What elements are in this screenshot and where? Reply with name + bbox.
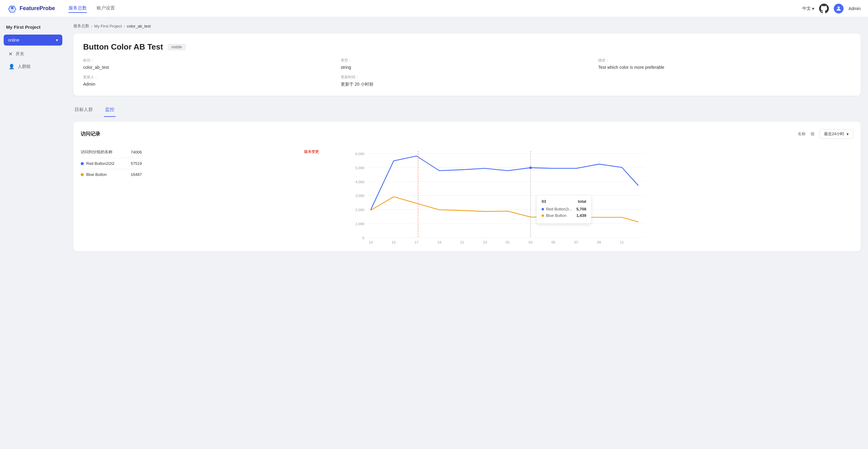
monitor-body: 访问到分组的名称 74006 Red Button2i2i2 57519 xyxy=(81,146,853,244)
svg-text:09: 09 xyxy=(597,240,601,244)
legend-red-dot xyxy=(81,162,84,165)
sidebar: My First Project online ▾ ✕ 开关 👤 人群组 xyxy=(0,17,66,449)
svg-point-1 xyxy=(838,6,840,8)
meta-updatetime-label: 更新时间： xyxy=(341,74,593,80)
svg-text:1,000: 1,000 xyxy=(355,222,365,226)
tooltip-red-dot xyxy=(541,208,544,210)
top-nav: FeatureProbe 服务总数 账户设置 中文 ▾ Admin xyxy=(0,0,868,17)
monitor-header: 访问记录 名称 值 最近24小时 ▾ xyxy=(81,129,853,139)
legend-red-name: Red Button2i2i2 xyxy=(81,161,115,166)
meta-desc: 描述： Test which color is more preferable xyxy=(598,58,851,70)
nav-services[interactable]: 服务总数 xyxy=(68,4,87,13)
meta-key-label: 标识： xyxy=(83,58,336,63)
ctrl-value-label: 值 xyxy=(810,131,814,137)
feature-meta: 标识： color_ab_test 类型： string 描述： Test wh… xyxy=(83,58,851,87)
tooltip-red-value: 5,708 xyxy=(577,207,587,211)
toggle-icon: ✕ xyxy=(8,51,12,57)
breadcrumb-sep-1: › xyxy=(91,24,92,28)
svg-text:03: 03 xyxy=(528,240,532,244)
chevron-down-icon: ▾ xyxy=(812,6,814,11)
breadcrumb-project[interactable]: My First Project xyxy=(94,24,122,28)
meta-desc-label: 描述： xyxy=(598,58,851,63)
svg-text:5,000: 5,000 xyxy=(355,166,365,170)
svg-text:05: 05 xyxy=(551,240,556,244)
env-label: online xyxy=(8,38,19,42)
avatar[interactable] xyxy=(834,4,843,13)
legend-table: 访问到分组的名称 74006 Red Button2i2i2 57519 xyxy=(81,146,142,244)
nav-account[interactable]: 账户设置 xyxy=(97,4,115,13)
svg-text:3,000: 3,000 xyxy=(355,193,365,198)
svg-text:21: 21 xyxy=(460,240,464,244)
legend-row-blue: Blue Button 16487 xyxy=(81,169,142,180)
legend-blue-name: Blue Button xyxy=(81,172,107,177)
svg-text:6,000: 6,000 xyxy=(355,152,365,156)
legend-blue-value: 16487 xyxy=(131,172,142,177)
svg-text:0: 0 xyxy=(362,236,364,240)
breadcrumb-services[interactable]: 服务总数 xyxy=(73,23,89,29)
time-range-selector[interactable]: 最近24小时 ▾ xyxy=(819,129,853,139)
meta-type-value: string xyxy=(341,65,593,70)
nav-right: 中文 ▾ Admin xyxy=(802,4,861,13)
svg-text:23: 23 xyxy=(483,240,487,244)
feature-card: Button Color AB Test middle 标识： color_ab… xyxy=(73,34,861,96)
sidebar-item-segment-label: 人群组 xyxy=(18,64,31,69)
meta-desc-value: Test which color is more preferable xyxy=(598,65,851,70)
tabs: 目标人群 监控 xyxy=(73,103,861,117)
sidebar-item-segment[interactable]: 👤 人群组 xyxy=(2,61,64,72)
breadcrumb-current: color_ab_test xyxy=(127,24,151,28)
tooltip-header: 03 total xyxy=(541,199,586,204)
sidebar-menu: ✕ 开关 👤 人群组 xyxy=(0,48,66,72)
tab-audience[interactable]: 目标人群 xyxy=(73,103,94,117)
meta-updater-value: Admin xyxy=(83,82,336,87)
breadcrumb-sep-2: › xyxy=(124,24,125,28)
svg-text:4,000: 4,000 xyxy=(355,180,365,184)
legend-blue-dot xyxy=(81,173,84,176)
tooltip-row-red: Red Button2i... 5,708 xyxy=(541,207,586,211)
time-range-value: 最近24小时 xyxy=(824,131,844,137)
meta-type: 类型： string xyxy=(341,58,593,70)
legend-total-value: 74006 xyxy=(131,150,142,154)
tooltip-total: total xyxy=(578,199,586,204)
feature-badge: middle xyxy=(168,44,185,50)
feature-header: Button Color AB Test middle xyxy=(83,42,851,52)
meta-key-value: color_ab_test xyxy=(83,65,336,70)
meta-updater: 更新人： Admin xyxy=(83,74,336,87)
legend-blue-label: Blue Button xyxy=(86,172,107,177)
svg-text:17: 17 xyxy=(414,240,418,244)
svg-text:07: 07 xyxy=(574,240,578,244)
chart-tooltip: 03 total Red Button2i... 5,708 xyxy=(536,195,591,223)
layout: My First Project online ▾ ✕ 开关 👤 人群组 服务总… xyxy=(0,0,868,449)
legend-red-value: 57519 xyxy=(131,161,142,166)
sidebar-item-toggle[interactable]: ✕ 开关 xyxy=(2,48,64,60)
env-selector[interactable]: online ▾ xyxy=(4,35,62,46)
svg-text:19: 19 xyxy=(437,240,441,244)
svg-text:15: 15 xyxy=(392,240,396,244)
logo-icon xyxy=(7,4,17,13)
legend-row-total: 访问到分组的名称 74006 xyxy=(81,146,142,158)
tab-monitor[interactable]: 监控 xyxy=(104,103,116,117)
logo: FeatureProbe xyxy=(7,4,68,13)
nav-links: 服务总数 账户设置 xyxy=(68,4,802,13)
svg-text:01: 01 xyxy=(506,240,510,244)
language-selector[interactable]: 中文 ▾ xyxy=(802,6,814,11)
username[interactable]: Admin xyxy=(848,6,861,11)
sidebar-item-toggle-label: 开关 xyxy=(16,51,24,57)
tooltip-blue-value: 1,439 xyxy=(577,213,587,218)
github-icon[interactable] xyxy=(819,4,829,13)
svg-text:2,000: 2,000 xyxy=(355,208,365,212)
tooltip-blue-label: Blue Button xyxy=(546,213,566,218)
tooltip-blue-dot xyxy=(541,214,544,217)
legend-total-label: 访问到分组的名称 xyxy=(81,149,113,155)
meta-updatetime: 更新时间： 更新于 20 小时前 xyxy=(341,74,593,87)
meta-key: 标识： color_ab_test xyxy=(83,58,336,70)
svg-text:11: 11 xyxy=(620,240,624,244)
svg-text:13: 13 xyxy=(369,240,373,244)
version-change-label: 版本变更 xyxy=(304,149,319,154)
legend-row-red: Red Button2i2i2 57519 xyxy=(81,158,142,169)
ctrl-name-label: 名称 xyxy=(798,131,806,137)
meta-type-label: 类型： xyxy=(341,58,593,63)
monitor-card: 访问记录 名称 值 最近24小时 ▾ 访问到分组的名称 74006 xyxy=(73,122,861,251)
tooltip-time: 03 xyxy=(541,199,546,204)
project-title: My First Project xyxy=(0,22,66,35)
legend-red-label: Red Button2i2i2 xyxy=(86,161,115,166)
